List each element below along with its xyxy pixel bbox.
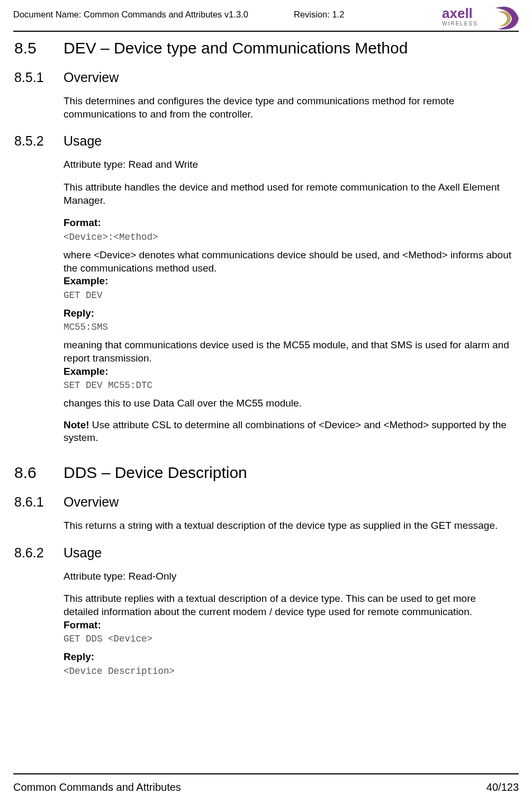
section-8-6-heading: 8.6 DDS – Device Description xyxy=(13,464,519,482)
heading-number: 8.5.1 xyxy=(13,70,64,85)
example-label: Example: xyxy=(64,365,513,378)
section-8-5-2-body: Attribute type: Read and Write This attr… xyxy=(64,158,513,445)
format-code: <Device>:<Method> xyxy=(64,231,513,243)
footer-title: Common Commands and Attributes xyxy=(13,781,181,793)
heading-number: 8.6 xyxy=(13,464,64,482)
paragraph: This returns a string with a textual des… xyxy=(64,519,513,533)
heading-number: 8.5.2 xyxy=(13,133,64,149)
heading-text: Overview xyxy=(64,494,119,510)
paragraph: meaning that communications device used … xyxy=(64,339,513,365)
page-footer: Common Commands and Attributes 40/123 xyxy=(13,781,519,793)
format-label: Format: xyxy=(64,216,513,230)
section-8-5-2-heading: 8.5.2 Usage xyxy=(13,133,519,149)
example-code: SET DEV MC55:DTC xyxy=(64,380,513,392)
paragraph: changes this to use Data Call over the M… xyxy=(64,397,513,410)
section-8-5-1-body: This determines and configures the devic… xyxy=(64,95,513,121)
logo-inner-swoosh-icon xyxy=(498,11,511,26)
example-code: GET DEV xyxy=(64,290,513,302)
attribute-type: Attribute type: Read-Only xyxy=(64,570,513,583)
note-paragraph: Note! Use attribute CSL to determine all… xyxy=(64,419,513,445)
paragraph: This attribute replies with a textual de… xyxy=(64,592,513,618)
logo-text-main: axell xyxy=(442,5,473,21)
heading-text: Usage xyxy=(64,545,102,561)
paragraph: This attribute handles the device and me… xyxy=(64,181,513,207)
reply-label: Reply: xyxy=(64,307,513,320)
example-label: Example: xyxy=(64,275,513,288)
heading-text: Usage xyxy=(64,133,102,149)
paragraph: This determines and configures the devic… xyxy=(64,95,513,121)
reply-code: <Device Description> xyxy=(64,665,513,678)
section-8-5-1-heading: 8.5.1 Overview xyxy=(13,70,519,85)
note-label: Note! xyxy=(64,419,89,430)
format-label: Format: xyxy=(64,619,513,632)
heading-text: DDS – Device Description xyxy=(64,464,247,482)
heading-text: Overview xyxy=(64,70,119,85)
page-number: 40/123 xyxy=(486,781,519,793)
revision: Revision: 1.2 xyxy=(294,10,344,20)
logo-text-sub: WIRELESS xyxy=(442,21,478,26)
section-8-5-heading: 8.5 DEV – Device type and Communications… xyxy=(13,39,519,57)
section-8-6-1-body: This returns a string with a textual des… xyxy=(64,519,513,533)
section-8-6-2-heading: 8.6.2 Usage xyxy=(13,545,519,561)
heading-number: 8.6.2 xyxy=(13,545,64,561)
section-8-6-2-body: Attribute type: Read-Only This attribute… xyxy=(64,570,513,678)
page-header: Document Name: Common Commands and Attri… xyxy=(13,10,519,31)
reply-code: MC55:SMS xyxy=(64,321,513,333)
heading-number: 8.5 xyxy=(13,39,64,57)
heading-text: DEV – Device type and Communications Met… xyxy=(64,39,408,57)
note-text: Use attribute CSL to determine all combi… xyxy=(64,419,507,444)
axell-logo: axell WIRELESS xyxy=(442,5,521,32)
paragraph: where <Device> denotes what communicatio… xyxy=(64,249,513,275)
reply-label: Reply: xyxy=(64,651,513,664)
page-content: 8.5 DEV – Device type and Communications… xyxy=(13,39,519,678)
format-code: GET DDS <Device> xyxy=(64,633,513,645)
section-8-6-1-heading: 8.6.1 Overview xyxy=(13,494,519,510)
footer-rule xyxy=(13,773,519,774)
doc-name: Document Name: Common Commands and Attri… xyxy=(13,10,248,20)
attribute-type: Attribute type: Read and Write xyxy=(64,158,513,172)
heading-number: 8.6.1 xyxy=(13,494,64,510)
logo-swoosh-icon xyxy=(495,7,519,30)
